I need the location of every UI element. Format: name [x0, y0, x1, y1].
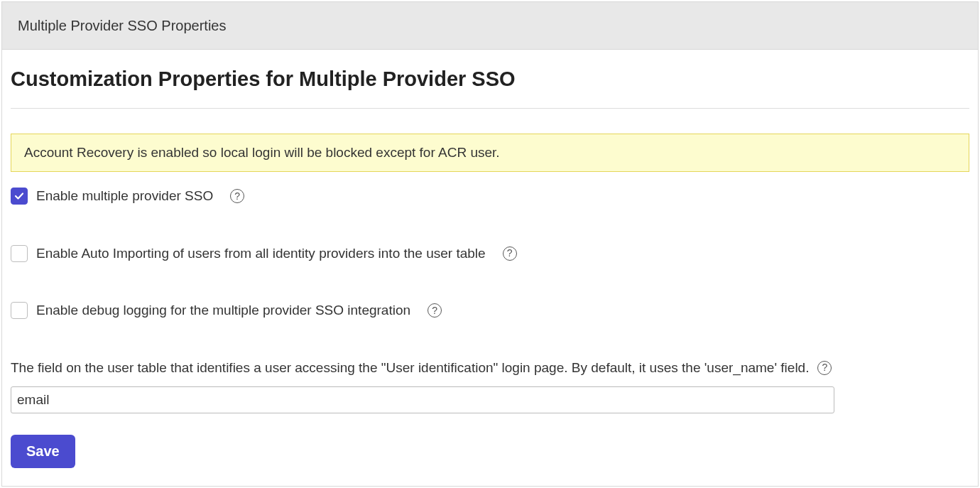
debug-logging-row: Enable debug logging for the multiple pr…: [11, 300, 969, 321]
panel-body: Customization Properties for Multiple Pr…: [2, 50, 978, 479]
notice-text: Account Recovery is enabled so local log…: [24, 145, 500, 160]
page-title: Customization Properties for Multiple Pr…: [11, 64, 969, 95]
user-field-label: The field on the user table that identif…: [11, 358, 809, 379]
enable-sso-checkbox[interactable]: [11, 188, 28, 205]
checkmark-icon: [14, 191, 24, 201]
divider: [11, 108, 969, 109]
enable-sso-label: Enable multiple provider SSO: [36, 186, 213, 207]
auto-import-label: Enable Auto Importing of users from all …: [36, 244, 486, 264]
user-field-label-row: The field on the user table that identif…: [11, 358, 969, 379]
user-field-input[interactable]: [11, 386, 834, 413]
help-icon[interactable]: ?: [817, 361, 832, 375]
enable-sso-row: Enable multiple provider SSO ?: [11, 186, 969, 207]
account-recovery-notice: Account Recovery is enabled so local log…: [11, 134, 969, 173]
help-icon[interactable]: ?: [230, 189, 244, 203]
panel-header-title: Multiple Provider SSO Properties: [18, 18, 226, 33]
help-icon[interactable]: ?: [503, 246, 517, 261]
auto-import-checkbox[interactable]: [11, 245, 28, 262]
auto-import-row: Enable Auto Importing of users from all …: [11, 244, 969, 264]
save-button[interactable]: Save: [11, 435, 75, 468]
properties-panel: Multiple Provider SSO Properties Customi…: [1, 1, 979, 487]
debug-logging-label: Enable debug logging for the multiple pr…: [36, 300, 410, 321]
panel-header: Multiple Provider SSO Properties: [2, 2, 978, 50]
debug-logging-checkbox[interactable]: [11, 302, 28, 319]
help-icon[interactable]: ?: [428, 303, 442, 318]
